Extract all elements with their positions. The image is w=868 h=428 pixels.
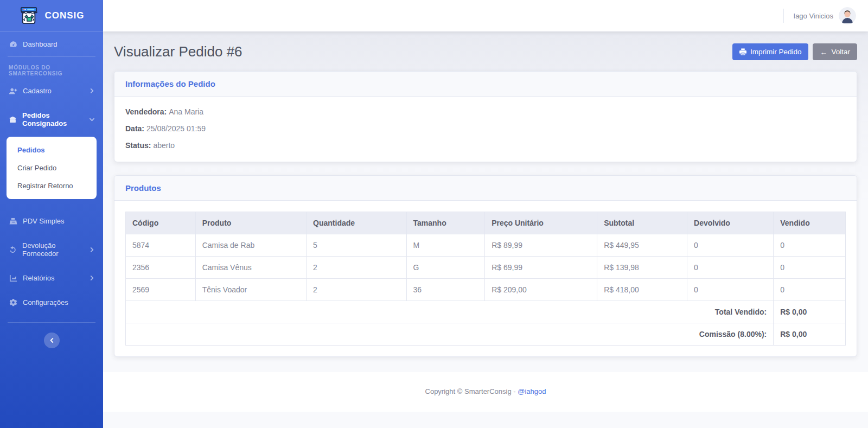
column-header-codigo: Código bbox=[126, 212, 196, 234]
arrow-left-icon: ← bbox=[820, 48, 827, 56]
box-icon bbox=[9, 116, 17, 123]
sidebar-item-configuracoes[interactable]: Configurações bbox=[0, 290, 103, 315]
table-cell: 0 bbox=[774, 234, 846, 257]
cash-register-icon bbox=[9, 218, 17, 225]
table-cell: 0 bbox=[687, 257, 774, 279]
sidebar-item-pdv-simples[interactable]: PDV Simples bbox=[0, 209, 103, 233]
undo-icon bbox=[9, 246, 17, 254]
table-cell: 0 bbox=[774, 279, 846, 301]
products-table: Código Produto Quantidade Tamanho Preço … bbox=[125, 212, 846, 346]
field-label: Data: bbox=[125, 124, 144, 133]
column-header-tamanho: Tamanho bbox=[406, 212, 485, 234]
table-cell: R$ 418,00 bbox=[597, 279, 687, 301]
table-cell: 5 bbox=[307, 234, 406, 257]
topbar-divider bbox=[783, 9, 784, 23]
table-cell: 2356 bbox=[126, 257, 196, 279]
table-cell: R$ 89,99 bbox=[485, 234, 597, 257]
total-vendido-row: Total Vendido: R$ 0,00 bbox=[126, 301, 846, 323]
sidebar-item-label: Dashboard bbox=[23, 40, 58, 48]
chevron-right-icon bbox=[90, 276, 94, 280]
sidebar-item-label: Cadastro bbox=[23, 87, 52, 95]
page-title: Visualizar Pedido #6 bbox=[114, 43, 242, 60]
main-area: Iago Vinicios Visualizar Pedido #6 bbox=[103, 0, 868, 428]
table-cell: Camisa de Rab bbox=[195, 234, 306, 257]
table-cell: 0 bbox=[774, 257, 846, 279]
copyright-text: Copyright © SmarterConsig - bbox=[425, 387, 516, 395]
sidebar-item-label: PDV Simples bbox=[23, 217, 65, 225]
comissao-value: R$ 0,00 bbox=[774, 323, 846, 346]
table-cell: 2 bbox=[307, 279, 406, 301]
tachometer-icon bbox=[9, 40, 17, 48]
sidebar-item-devolucao-fornecedor[interactable]: Devolução Fornecedor bbox=[0, 233, 103, 266]
sidebar-item-label: Pedidos Consignados bbox=[22, 111, 84, 127]
gear-icon bbox=[9, 298, 17, 306]
field-value: Ana Maria bbox=[169, 107, 203, 116]
order-info-card: Informações do Pedido Vendedora:Ana Mari… bbox=[114, 71, 857, 162]
sidebar: CONSIG Dashboard Módulos do SmarterConsi… bbox=[0, 0, 103, 428]
content-area: Visualizar Pedido #6 Imprimir Pedido ← V… bbox=[103, 31, 868, 428]
column-header-devolvido: Devolvido bbox=[687, 212, 774, 234]
table-cell: M bbox=[406, 234, 485, 257]
table-row: 5874Camisa de Rab5MR$ 89,99R$ 449,9500 bbox=[126, 234, 846, 257]
sidebar-item-pedidos-consignados[interactable]: Pedidos Consignados bbox=[0, 103, 103, 136]
print-order-button[interactable]: Imprimir Pedido bbox=[732, 43, 809, 60]
sidebar-item-cadastro[interactable]: Cadastro bbox=[0, 79, 103, 103]
field-value: aberto bbox=[153, 141, 175, 150]
avatar[interactable] bbox=[839, 7, 856, 24]
footer: Copyright © SmarterConsig - @iahgod bbox=[103, 372, 868, 412]
sidebar-item-label: Relatórios bbox=[23, 274, 55, 282]
sidebar-submenu: Pedidos Criar Pedido Registrar Retorno bbox=[7, 137, 97, 199]
submenu-item-registrar-retorno[interactable]: Registrar Retorno bbox=[7, 177, 97, 195]
sidebar-item-label: Configurações bbox=[23, 298, 68, 306]
table-cell: 0 bbox=[687, 234, 774, 257]
table-header-row: Código Produto Quantidade Tamanho Preço … bbox=[126, 212, 846, 234]
submenu-item-criar-pedido[interactable]: Criar Pedido bbox=[7, 159, 97, 177]
printer-icon bbox=[739, 48, 746, 55]
page-bottom-strip bbox=[103, 412, 868, 425]
table-cell: R$ 139,98 bbox=[597, 257, 687, 279]
comissao-row: Comissão (8.00%): R$ 0,00 bbox=[126, 323, 846, 346]
print-order-label: Imprimir Pedido bbox=[750, 48, 802, 56]
order-info-card-title: Informações do Pedido bbox=[114, 72, 857, 97]
table-cell: R$ 449,95 bbox=[597, 234, 687, 257]
sidebar-section-heading: Módulos do SmarterConsig bbox=[0, 57, 103, 79]
topbar: Iago Vinicios bbox=[103, 0, 868, 31]
field-value: 25/08/2025 01:59 bbox=[146, 124, 206, 133]
table-cell: R$ 209,00 bbox=[485, 279, 597, 301]
field-label: Status: bbox=[125, 141, 151, 150]
table-row: 2569Tênis Voador236R$ 209,00R$ 418,0000 bbox=[126, 279, 846, 301]
table-row: 2356Camisa Vênus2GR$ 69,99R$ 139,9800 bbox=[126, 257, 846, 279]
chevron-down-icon bbox=[90, 117, 94, 122]
table-cell: R$ 69,99 bbox=[485, 257, 597, 279]
user-name[interactable]: Iago Vinicios bbox=[794, 12, 833, 20]
table-cell: Tênis Voador bbox=[195, 279, 306, 301]
table-cell: 2 bbox=[307, 257, 406, 279]
column-header-subtotal: Subtotal bbox=[597, 212, 687, 234]
table-cell: G bbox=[406, 257, 485, 279]
sidebar-toggle-button[interactable] bbox=[44, 333, 60, 348]
submenu-item-pedidos[interactable]: Pedidos bbox=[7, 141, 97, 159]
table-cell: 2569 bbox=[126, 279, 196, 301]
user-plus-icon bbox=[9, 87, 17, 95]
table-cell: Camisa Vênus bbox=[195, 257, 306, 279]
footer-link[interactable]: @iahgod bbox=[518, 387, 546, 395]
table-cell: 5874 bbox=[126, 234, 196, 257]
table-cell: 36 bbox=[406, 279, 485, 301]
column-header-quantidade: Quantidade bbox=[307, 212, 406, 234]
products-card-title: Produtos bbox=[114, 176, 857, 201]
field-label: Vendedora: bbox=[125, 107, 167, 116]
sidebar-item-relatorios[interactable]: Relatórios bbox=[0, 266, 103, 290]
total-vendido-label: Total Vendido: bbox=[126, 301, 774, 323]
comissao-label: Comissão (8.00%): bbox=[126, 323, 774, 346]
column-header-vendido: Vendido bbox=[774, 212, 846, 234]
brand-name: CONSIG bbox=[44, 10, 84, 21]
chart-line-icon bbox=[9, 274, 17, 282]
sidebar-item-dashboard[interactable]: Dashboard bbox=[0, 32, 103, 56]
table-cell: 0 bbox=[687, 279, 774, 301]
order-field-data: Data:25/08/2025 01:59 bbox=[125, 124, 846, 133]
back-button[interactable]: ← Voltar bbox=[813, 43, 857, 60]
column-header-preco-unitario: Preço Unitário bbox=[485, 212, 597, 234]
brand[interactable]: CONSIG bbox=[0, 0, 103, 31]
order-field-vendedora: Vendedora:Ana Maria bbox=[125, 107, 846, 116]
total-vendido-value: R$ 0,00 bbox=[774, 301, 846, 323]
